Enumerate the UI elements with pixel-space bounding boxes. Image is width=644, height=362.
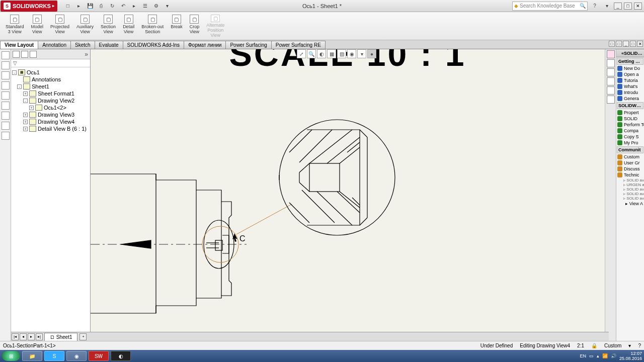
search-icon[interactable]: 🔍	[580, 3, 586, 9]
tool-icon[interactable]	[2, 102, 10, 110]
ribbon-button[interactable]: ▢Broken-outSection	[138, 13, 167, 39]
zoom-area-icon[interactable]: 🔍	[307, 49, 316, 58]
task-pane-sub[interactable]: ▹ SOLID available	[616, 178, 644, 183]
custom-props-tab-icon[interactable]	[607, 96, 615, 104]
help-icon[interactable]: ?	[590, 2, 600, 11]
tray-up-icon[interactable]: ▴	[597, 353, 599, 358]
tool-icon[interactable]	[2, 51, 10, 59]
ribbon-button[interactable]: ▢SectionView	[97, 13, 119, 39]
tool-icon[interactable]	[2, 71, 10, 79]
task-pane-item[interactable]: Discuss	[616, 166, 644, 172]
display-style-icon[interactable]: ▨	[337, 49, 346, 58]
tree-root[interactable]: -▦ Ось1	[12, 69, 89, 76]
tree-item[interactable]: +Drawing View3	[12, 111, 89, 118]
tray-flag-icon[interactable]: ▭	[589, 353, 594, 358]
task-pane-sub[interactable]: ▹ SOLID available	[616, 196, 644, 201]
task-pane-sub[interactable]: ▹ SOLID available	[616, 187, 644, 192]
task-pane-item[interactable]: SOLID	[616, 116, 644, 122]
status-units[interactable]: Custom	[604, 343, 621, 348]
tree-tab-icon[interactable]	[13, 51, 20, 58]
command-tab[interactable]: Evaluate	[95, 41, 123, 49]
sheet-nav-last[interactable]: ▸|	[36, 333, 43, 340]
task-pane-item[interactable]: New Do	[616, 65, 644, 71]
tool-icon[interactable]	[2, 112, 10, 120]
tool-icon[interactable]	[2, 122, 10, 130]
task-pane-item[interactable]: Propert	[616, 110, 644, 116]
detail-view[interactable]	[279, 120, 395, 235]
tree-item[interactable]: +Sheet Format1	[12, 90, 89, 97]
tree-item[interactable]: +Ось1<2>	[12, 104, 89, 111]
prev-view-icon[interactable]: ◐	[317, 49, 326, 58]
ribbon-button[interactable]: ▢ProjectedView	[47, 13, 73, 39]
tp-view-all[interactable]: ▸ View A	[616, 201, 644, 207]
panel-btn-2[interactable]: □	[616, 41, 622, 47]
task-pane-item[interactable]: User Gr	[616, 160, 644, 166]
start-button[interactable]: ⊞	[2, 351, 20, 361]
ribbon-button[interactable]: ▢DetailView	[119, 13, 138, 39]
new-icon[interactable]: □	[63, 2, 73, 11]
tree-item[interactable]: +Detail View B (6 : 1)	[12, 125, 89, 132]
tree-tab-icon[interactable]	[30, 51, 37, 58]
tray-clock[interactable]: 12:07 25.08.2016	[619, 351, 642, 361]
tp-section-community[interactable]: Communit	[617, 146, 643, 153]
tree-item[interactable]: Annotations	[12, 76, 89, 83]
obs-task-icon[interactable]: ◐	[111, 351, 131, 361]
status-zoom[interactable]: 2:1	[577, 343, 584, 348]
resources-tab-icon[interactable]	[607, 50, 615, 58]
task-pane-item[interactable]: My Pro	[616, 140, 644, 146]
search-input[interactable]: ◆ Search Knowledge Base 🔍	[512, 2, 588, 11]
skype-task-icon[interactable]: S	[44, 351, 64, 361]
panel-btn-3[interactable]: _	[623, 41, 629, 47]
ribbon-button[interactable]: ▢Standard3 View	[2, 13, 28, 39]
appearance-icon[interactable]: ●	[367, 49, 376, 58]
drawing-canvas[interactable]: SCALE 10 : 1	[91, 49, 605, 341]
dropdown-icon[interactable]: ▾	[602, 2, 612, 11]
task-pane-item[interactable]: Technic	[616, 172, 644, 178]
task-pane-sub[interactable]: ▹ URGEN available	[616, 183, 644, 187]
rebuild-icon[interactable]: ↻	[107, 2, 117, 11]
command-tab[interactable]: Power Surfacing RE	[271, 41, 326, 49]
chrome-task-icon[interactable]: ◉	[66, 351, 87, 361]
undo-icon[interactable]: ↶	[118, 2, 128, 11]
tray-lang[interactable]: EN	[580, 353, 586, 358]
tool-icon[interactable]	[2, 61, 10, 69]
appearances-tab-icon[interactable]	[607, 86, 615, 95]
command-tab[interactable]: Annotation	[38, 41, 71, 49]
task-pane-item[interactable]: Copy S	[616, 134, 644, 140]
zoom-fit-icon[interactable]: ⤢	[297, 49, 306, 58]
tray-network-icon[interactable]: 📶	[602, 353, 608, 358]
tool-icon[interactable]	[2, 132, 10, 140]
lock-icon[interactable]: 🔒	[591, 343, 597, 348]
design-lib-tab-icon[interactable]	[607, 59, 615, 67]
file-explorer-tab-icon[interactable]	[607, 68, 615, 76]
task-pane-item[interactable]: Custom	[616, 154, 644, 160]
collapse-icon[interactable]: »	[85, 51, 88, 58]
tool-icon[interactable]	[2, 81, 10, 89]
status-dropdown-icon[interactable]: ▾	[628, 343, 631, 348]
sheet-tab[interactable]: 🗋 Sheet1	[44, 333, 77, 341]
task-pane-item[interactable]: Genera	[616, 96, 644, 102]
tool-icon[interactable]	[2, 92, 10, 100]
sheet-nav-next[interactable]: ▸	[28, 333, 35, 340]
ribbon-button[interactable]: ▢ModelView	[28, 13, 47, 39]
maximize-button[interactable]: □	[624, 3, 632, 10]
explorer-task-icon[interactable]: 📁	[22, 351, 42, 361]
view-palette-tab-icon[interactable]	[607, 77, 615, 85]
task-pane-item[interactable]: Open a	[616, 71, 644, 77]
task-pane-item[interactable]: Compa	[616, 128, 644, 134]
print-icon[interactable]: ⎙	[96, 2, 106, 11]
tp-section-tools[interactable]: SOLIDWOR	[617, 102, 643, 109]
minimize-button[interactable]: _	[614, 3, 622, 10]
tree-item[interactable]: -Drawing View2	[12, 97, 89, 104]
panel-btn-1[interactable]: □	[609, 41, 615, 47]
tree-item[interactable]: -Sheet1	[12, 83, 89, 90]
tray-volume-icon[interactable]: 🔊	[611, 353, 616, 358]
section-view-icon[interactable]: ▦	[327, 49, 336, 58]
task-pane-item[interactable]: Tutoria	[616, 77, 644, 83]
select-icon[interactable]: ▸	[129, 2, 139, 11]
feature-tree[interactable]: -▦ Ось1 Annotations-Sheet1+Sheet Format1…	[11, 67, 90, 341]
ribbon-button[interactable]: ▢Break	[167, 13, 186, 39]
task-pane-header[interactable]: « SOLID…	[616, 49, 644, 57]
add-sheet-button[interactable]: +	[79, 333, 87, 340]
panel-btn-4[interactable]: □	[630, 41, 636, 47]
